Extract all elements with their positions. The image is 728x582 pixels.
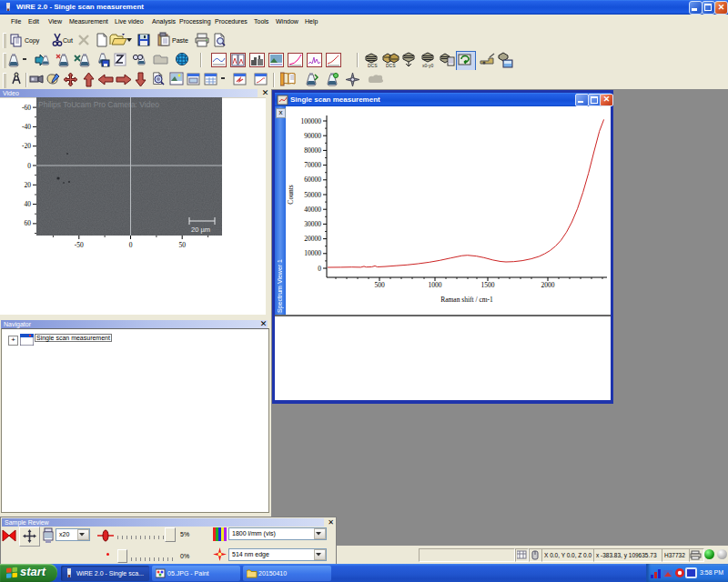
- svg-text:-20: -20: [22, 142, 31, 150]
- svg-text:40: 40: [25, 200, 32, 208]
- svg-text:30000: 30000: [304, 220, 321, 228]
- svg-text:0: 0: [27, 162, 31, 170]
- svg-text:2000: 2000: [541, 281, 555, 289]
- svg-text:-60: -60: [22, 104, 31, 112]
- svg-text:DCS: DCS: [386, 63, 396, 68]
- svg-text:-50: -50: [75, 241, 84, 249]
- svg-text:60: 60: [25, 219, 32, 227]
- svg-text:70000: 70000: [304, 161, 321, 169]
- svg-text:500: 500: [374, 281, 385, 289]
- svg-text:10000: 10000: [304, 249, 321, 257]
- svg-text:-40: -40: [22, 123, 31, 131]
- svg-text:1500: 1500: [481, 281, 495, 289]
- svg-text:0: 0: [318, 265, 321, 273]
- svg-text:Raman shift / cm-1: Raman shift / cm-1: [440, 296, 493, 304]
- svg-text:1000: 1000: [429, 281, 442, 289]
- svg-text:50: 50: [178, 241, 186, 249]
- svg-text:50000: 50000: [304, 191, 321, 199]
- svg-text:60000: 60000: [304, 176, 321, 184]
- svg-text:20000: 20000: [304, 235, 321, 243]
- svg-text:DCS: DCS: [368, 63, 378, 68]
- svg-text:x0-y0: x0-y0: [422, 63, 433, 68]
- svg-text:Counts: Counts: [287, 185, 295, 204]
- svg-text:0: 0: [129, 241, 133, 249]
- svg-text:20: 20: [25, 181, 32, 189]
- svg-text:40000: 40000: [304, 206, 321, 214]
- svg-text:80000: 80000: [304, 146, 321, 155]
- svg-text:90000: 90000: [304, 132, 321, 140]
- svg-text:100000: 100000: [301, 117, 322, 125]
